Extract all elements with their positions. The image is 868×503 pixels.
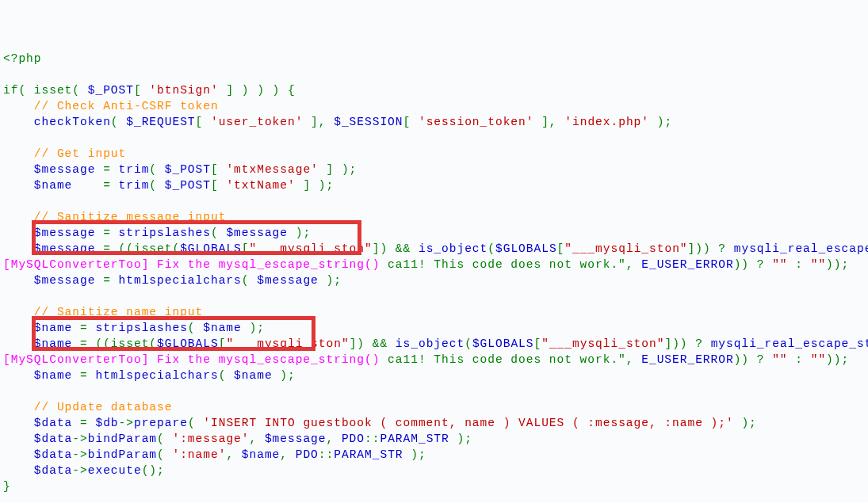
code-token <box>3 242 34 255</box>
code-token: $name <box>34 179 73 192</box>
code-token: $message <box>34 274 96 287</box>
code-token: PDO <box>296 448 319 461</box>
code-token <box>788 353 796 366</box>
code-token: = <box>95 274 118 287</box>
code-token: && <box>373 337 388 350</box>
code-token <box>3 116 34 128</box>
code-token <box>803 258 811 271</box>
code-line: } <box>3 478 865 494</box>
code-token: ); <box>242 322 265 334</box>
code-token: -> <box>72 448 87 461</box>
code-token: ( <box>149 179 164 192</box>
code-line <box>3 383 865 399</box>
code-token: ? <box>757 353 765 366</box>
code-token: is_object <box>396 337 465 350</box>
code-token: ( <box>242 274 257 287</box>
code-token: $name <box>34 337 73 350</box>
code-token: [ <box>134 84 149 97</box>
code-token: isset <box>34 84 73 97</box>
code-token: ( <box>188 417 203 429</box>
code-token: is_object <box>419 242 488 255</box>
code-token: isset <box>111 337 150 350</box>
code-token: ] ); <box>296 179 335 192</box>
code-line: $name = htmlspecialchars( $name ); <box>3 368 865 383</box>
code-token: , <box>226 448 241 461</box>
code-token: $message <box>34 227 96 239</box>
code-token: $name <box>234 369 273 382</box>
code-token: stripslashes <box>95 322 187 334</box>
code-token: -> <box>72 433 87 445</box>
code-token: -> <box>119 417 134 429</box>
code-token: E_USER_ERROR <box>641 353 733 366</box>
code-token: ':message' <box>172 433 249 445</box>
code-token: $name <box>242 448 281 461</box>
code-token <box>3 464 34 477</box>
code-token: $message <box>265 433 327 445</box>
code-token: $_REQUEST <box>126 116 195 128</box>
code-token: [ <box>196 116 211 128</box>
code-token: ( <box>72 84 87 97</box>
code-token: ( <box>157 448 172 461</box>
code-token: ( <box>172 242 180 255</box>
code-line <box>3 67 865 82</box>
code-token: ( <box>111 116 126 128</box>
code-line: $message = htmlspecialchars( $message ); <box>3 272 865 288</box>
code-token: $message <box>226 227 288 239</box>
code-token: 'btnSign' <box>149 84 218 97</box>
code-token: ( <box>211 227 226 239</box>
code-token: bindParam <box>88 433 157 445</box>
code-token: isset <box>134 242 173 255</box>
code-token <box>703 337 711 350</box>
code-token: ); <box>273 369 296 382</box>
code-line <box>3 193 865 209</box>
code-token: :: <box>319 448 334 461</box>
code-line <box>3 130 865 146</box>
code-token <box>3 147 34 160</box>
code-token <box>3 417 34 429</box>
code-token: [ <box>242 242 250 255</box>
code-line: // Sanitize name input <box>3 304 865 320</box>
code-token: PARAM_STR <box>380 433 449 445</box>
code-token: = <box>95 163 118 176</box>
code-token: $message <box>34 163 96 176</box>
code-token: -> <box>72 464 87 477</box>
code-token: ? <box>718 242 726 255</box>
code-token: "___mysqli_ston" <box>564 242 687 255</box>
code-token: $data <box>34 433 73 445</box>
code-token: [MySQLConverterToo] Fix the mysql_escape… <box>3 258 380 271</box>
code-line: $data = $db->prepare( 'INSERT INTO guest… <box>3 415 865 431</box>
code-token <box>3 369 34 382</box>
code-token: ( <box>188 322 203 334</box>
code-token: $db <box>95 417 118 429</box>
code-token: PARAM_STR <box>334 448 403 461</box>
code-token: [MySQLConverterToo] Fix the mysql_escape… <box>3 353 380 366</box>
code-token <box>3 211 34 223</box>
code-token: ] ) ) ) { <box>219 84 296 97</box>
code-token: checkToken <box>34 116 111 128</box>
code-token: (); <box>142 464 165 477</box>
code-token: "___mysqli_ston" <box>250 242 373 255</box>
code-line: $message = ((isset($GLOBALS["___mysqli_s… <box>3 241 865 257</box>
code-token: $name <box>203 322 242 334</box>
code-token: && <box>396 242 411 255</box>
code-token: [ <box>219 337 227 350</box>
code-line: // Get input <box>3 146 865 162</box>
code-token: $_SESSION <box>334 116 403 128</box>
code-token <box>764 353 772 366</box>
code-token: ? <box>757 258 765 271</box>
code-token: : <box>795 258 803 271</box>
code-token <box>788 258 796 271</box>
code-line: $data->bindParam( ':message', $message, … <box>3 431 865 447</box>
code-token: , <box>327 433 342 445</box>
code-token: ( <box>219 369 234 382</box>
code-token: )) <box>734 353 757 366</box>
code-token: [ <box>557 242 565 255</box>
code-token: , <box>249 433 264 445</box>
code-token: )); <box>826 353 849 366</box>
code-token: [ <box>211 179 226 192</box>
code-token: [ <box>534 337 542 350</box>
code-token <box>3 227 34 239</box>
code-line: $name = trim( $_POST[ 'txtName' ] ); <box>3 177 865 193</box>
code-token: ( <box>18 84 33 97</box>
code-token <box>3 322 34 334</box>
